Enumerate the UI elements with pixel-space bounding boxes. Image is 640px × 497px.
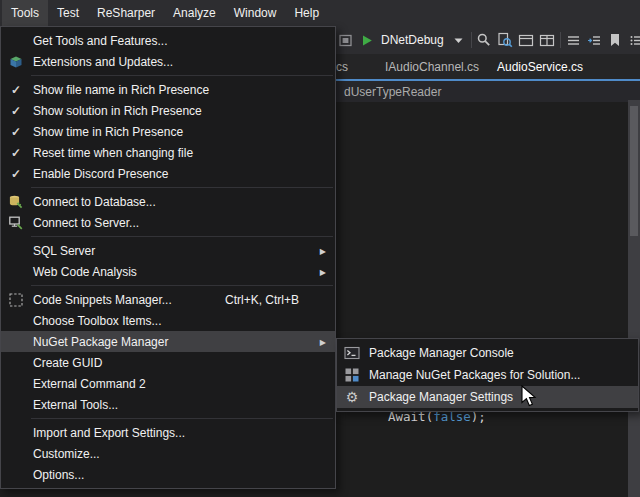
menu-item-label: SQL Server: [33, 244, 95, 258]
menu-item-show-time-in-rich-presence[interactable]: ✓Show time in Rich Presence: [1, 121, 335, 142]
navbar-type-dropdown[interactable]: dUserTypeReader: [344, 85, 441, 99]
menu-item-extensions-and-updates[interactable]: Extensions and Updates...: [1, 51, 335, 72]
submenu-arrow-icon: ▶: [320, 246, 326, 255]
menu-item-show-solution-in-rich-presence[interactable]: ✓Show solution in Rich Presence: [1, 100, 335, 121]
console-icon: [343, 344, 361, 362]
gear-icon: ⚙: [343, 388, 361, 406]
attach-icon[interactable]: [337, 32, 354, 49]
menu-item-label: Connect to Server...: [33, 216, 139, 230]
checkmark-icon: ✓: [7, 165, 25, 183]
menu-item-customize[interactable]: Customize...: [1, 443, 335, 464]
menu-item-label: Web Code Analysis: [33, 265, 137, 279]
menu-item-get-tools-and-features[interactable]: Get Tools and Features...: [1, 30, 335, 51]
server-icon: [7, 214, 25, 232]
menu-item-label: Options...: [33, 468, 84, 482]
menu-item-label: Package Manager Settings: [369, 390, 513, 404]
menu-item-enable-discord-presence[interactable]: ✓Enable Discord Presence: [1, 163, 335, 184]
window-icon[interactable]: [518, 32, 535, 49]
menu-item-show-file-name-in-rich-presence[interactable]: ✓Show file name in Rich Presence: [1, 79, 335, 100]
menu-item-label: NuGet Package Manager: [33, 335, 168, 349]
menu-item-label: Show file name in Rich Presence: [33, 83, 209, 97]
menu-item-external-tools[interactable]: External Tools...: [1, 394, 335, 415]
debug-target-selector[interactable]: DNetDebug: [381, 33, 444, 47]
menu-separator: [31, 285, 333, 286]
submenu-arrow-icon: ▶: [320, 337, 326, 346]
menu-item-label: Code Snippets Manager...: [33, 293, 172, 307]
menu-item-label: External Command 2: [33, 377, 146, 391]
menu-separator: [31, 418, 333, 419]
menu-item-label: Show solution in Rich Presence: [33, 104, 202, 118]
menu-item-connect-to-database[interactable]: Connect to Database...: [1, 191, 335, 212]
menu-item-label: Reset time when changing file: [33, 146, 193, 160]
menu-item-package-manager-settings[interactable]: ⚙Package Manager Settings: [337, 386, 638, 408]
extensions-icon: [7, 53, 25, 71]
menu-item-package-manager-console[interactable]: Package Manager Console: [337, 342, 638, 364]
menu-item-choose-toolbox-items[interactable]: Choose Toolbox Items...: [1, 310, 335, 331]
menu-item-create-guid[interactable]: Create GUID: [1, 352, 335, 373]
menu-item-web-code-analysis[interactable]: Web Code Analysis▶: [1, 261, 335, 282]
menu-item-label: Get Tools and Features...: [33, 34, 168, 48]
menu-item-label: Extensions and Updates...: [33, 55, 173, 69]
tools-menu: Get Tools and Features...Extensions and …: [0, 26, 336, 489]
menu-item-label: Show time in Rich Presence: [33, 125, 183, 139]
tab-iaudiochannel-cs[interactable]: IAudioChannel.cs: [377, 54, 487, 79]
menu-item-label: Import and Export Settings...: [33, 426, 185, 440]
packages-icon: [343, 366, 361, 384]
find-in-files-icon[interactable]: [497, 32, 514, 49]
find-icon[interactable]: [476, 32, 493, 49]
checkmark-icon: ✓: [7, 81, 25, 99]
checkmark-icon: ✓: [7, 144, 25, 162]
menu-item-sql-server[interactable]: SQL Server▶: [1, 240, 335, 261]
submenu-arrow-icon: ▶: [320, 267, 326, 276]
menu-item-label: Enable Discord Presence: [33, 167, 168, 181]
menu-item-label: Choose Toolbox Items...: [33, 314, 162, 328]
menu-item-import-and-export-settings[interactable]: Import and Export Settings...: [1, 422, 335, 443]
menubar-item-analyze[interactable]: Analyze: [164, 0, 225, 26]
checkmark-icon: ✓: [7, 123, 25, 141]
bookmark-icon[interactable]: [607, 32, 624, 49]
nuget-submenu: Package Manager ConsoleManage NuGet Pack…: [336, 338, 639, 412]
database-icon: [7, 193, 25, 211]
vs-window: context, string input,Await(false);d.Id,…: [0, 0, 640, 497]
menu-item-shortcut: Ctrl+K, Ctrl+B: [225, 293, 299, 307]
tab-audioservice-cs[interactable]: AudioService.cs: [489, 54, 591, 79]
menubar: ToolsTestReSharperAnalyzeWindowHelp: [0, 0, 640, 26]
menubar-item-test[interactable]: Test: [48, 0, 88, 26]
vertical-scrollbar[interactable]: [628, 100, 640, 497]
menu-item-nuget-package-manager[interactable]: NuGet Package Manager▶: [1, 331, 335, 352]
menu-item-options[interactable]: Options...: [1, 464, 335, 485]
play-icon[interactable]: [358, 32, 375, 49]
toolbar-separator: [471, 32, 472, 48]
menubar-item-help[interactable]: Help: [285, 0, 328, 26]
toolbar-row: DNetDebug: [337, 26, 640, 54]
menu-separator: [31, 236, 333, 237]
menu-item-label: Create GUID: [33, 356, 102, 370]
menu-separator: [31, 75, 333, 76]
menu-item-label: Connect to Database...: [33, 195, 156, 209]
menu-separator: [31, 187, 333, 188]
menu-item-label: External Tools...: [33, 398, 118, 412]
lines-arrow-icon[interactable]: [586, 32, 603, 49]
menubar-item-window[interactable]: Window: [225, 0, 286, 26]
list-icon[interactable]: [628, 32, 640, 49]
snippets-icon: [7, 291, 25, 309]
menu-item-reset-time-when-changing-file[interactable]: ✓Reset time when changing file: [1, 142, 335, 163]
menubar-item-tools[interactable]: Tools: [2, 0, 48, 26]
split-window-icon[interactable]: [539, 32, 556, 49]
menu-item-code-snippets-manager[interactable]: Code Snippets Manager...Ctrl+K, Ctrl+B: [1, 289, 335, 310]
menu-item-manage-nuget-packages-for-solution[interactable]: Manage NuGet Packages for Solution...: [337, 364, 638, 386]
menu-item-label: Customize...: [33, 447, 100, 461]
checkmark-icon: ✓: [7, 102, 25, 120]
toolbar-separator: [560, 32, 561, 48]
mouse-cursor: [521, 385, 538, 409]
menubar-item-resharper[interactable]: ReSharper: [88, 0, 164, 26]
menu-item-external-command-2[interactable]: External Command 2: [1, 373, 335, 394]
lines-icon[interactable]: [565, 32, 582, 49]
caret-down-icon[interactable]: [450, 32, 467, 49]
scrollbar-thumb[interactable]: [630, 106, 638, 236]
menu-item-label: Manage NuGet Packages for Solution...: [369, 368, 580, 382]
menu-item-connect-to-server[interactable]: Connect to Server...: [1, 212, 335, 233]
menu-item-label: Package Manager Console: [369, 346, 514, 360]
